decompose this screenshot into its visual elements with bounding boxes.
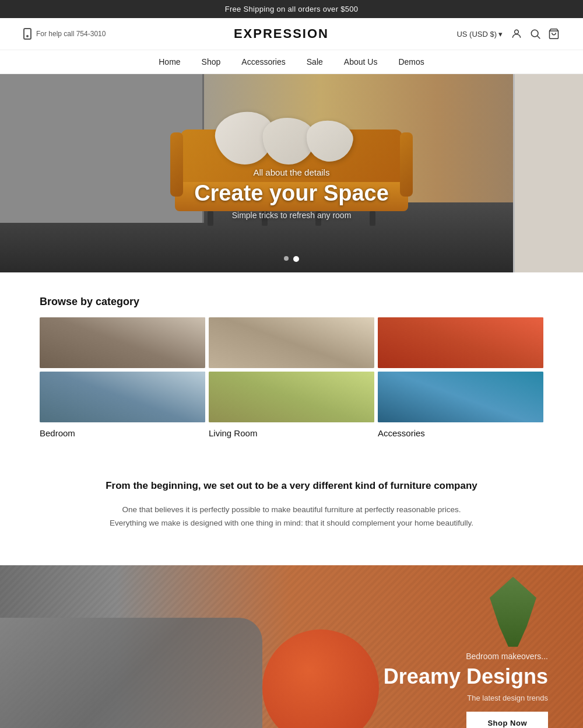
currency-label: US (USD $) — [456, 30, 497, 38]
currency-selector[interactable]: US (USD $) ▾ — [456, 30, 503, 38]
category-living-room[interactable]: Living Room — [209, 317, 374, 438]
account-icon[interactable] — [511, 28, 522, 40]
category-accessories[interactable]: Accessories — [378, 317, 543, 438]
nav-item-sale[interactable]: Sale — [307, 57, 323, 66]
cart-icon[interactable] — [548, 28, 560, 40]
category-grid: Bedroom Living Room — [40, 317, 543, 438]
about-section: From the beginning, we set out to be a v… — [0, 450, 583, 554]
bedroom-image-2 — [40, 372, 205, 422]
browse-section: Browse by category Bedroom — [0, 272, 583, 450]
slider-dot-1[interactable] — [284, 256, 289, 261]
about-line2: Everything we make is designed with one … — [110, 519, 473, 527]
search-icon[interactable] — [529, 28, 541, 40]
nav-item-accessories[interactable]: Accessories — [241, 57, 285, 66]
browse-section-title: Browse by category — [40, 296, 543, 308]
bottom-hero-description: The latest design trends — [384, 694, 548, 702]
bottom-hero-subtitle: Bedroom makeovers... — [384, 652, 548, 661]
nav-item-about[interactable]: About Us — [344, 57, 378, 66]
svg-point-0 — [515, 30, 519, 34]
accessories-image-2 — [378, 372, 543, 422]
bedroom-label: Bedroom — [40, 428, 205, 438]
pillow-3 — [304, 118, 356, 164]
bottom-hero-text: Bedroom makeovers... Dreamy Designs The … — [384, 652, 548, 702]
accessories-image-1 — [378, 317, 543, 368]
shop-now-button[interactable]: Shop Now — [466, 712, 548, 728]
about-line1: One that believes it is perfectly possib… — [122, 505, 461, 514]
bedroom-image-1 — [40, 317, 205, 368]
nav-item-demos[interactable]: Demos — [398, 57, 424, 66]
header-icons — [511, 28, 560, 40]
header-help: For help call 754-3010 — [23, 28, 106, 40]
bottom-hero-title: Dreamy Designs — [384, 664, 548, 689]
hero-text-overlay: All about the details Create your Space … — [0, 167, 583, 220]
chevron-down-icon: ▾ — [498, 30, 503, 38]
accessories-images — [378, 317, 543, 422]
header-right: US (USD $) ▾ — [456, 28, 560, 40]
nav-item-home[interactable]: Home — [159, 57, 180, 66]
living-room-label: Living Room — [209, 428, 374, 438]
bedroom-images — [40, 317, 205, 422]
blanket-decoration — [0, 618, 262, 728]
slider-dots — [0, 256, 583, 262]
hero-description: Simple tricks to refresh any room — [0, 211, 583, 220]
slider-dot-2[interactable] — [293, 256, 299, 262]
living-room-images — [209, 317, 374, 422]
hero-slider: All about the details Create your Space … — [0, 74, 583, 272]
svg-line-2 — [538, 36, 540, 39]
phone-icon — [23, 28, 31, 40]
about-body: One that believes it is perfectly possib… — [58, 503, 525, 530]
announcement-text: Free Shipping on all orders over $500 — [225, 5, 359, 13]
help-text: For help call 754-3010 — [36, 30, 106, 38]
svg-point-1 — [531, 30, 538, 37]
hero-title: Create your Space — [0, 181, 583, 206]
announcement-bar: Free Shipping on all orders over $500 — [0, 0, 583, 18]
site-logo[interactable]: EXPRESSION — [234, 26, 329, 41]
accessories-label: Accessories — [378, 428, 543, 438]
main-nav: Home Shop Accessories Sale About Us Demo… — [0, 50, 583, 74]
living-room-image-2 — [209, 372, 374, 422]
about-heading: From the beginning, we set out to be a v… — [58, 479, 525, 493]
bottom-hero: Bedroom makeovers... Dreamy Designs The … — [0, 565, 583, 728]
hero-subtitle: All about the details — [0, 167, 583, 177]
category-bedroom[interactable]: Bedroom — [40, 317, 205, 438]
living-room-image-1 — [209, 317, 374, 368]
nav-item-shop[interactable]: Shop — [202, 57, 221, 66]
header: For help call 754-3010 EXPRESSION US (US… — [0, 18, 583, 50]
